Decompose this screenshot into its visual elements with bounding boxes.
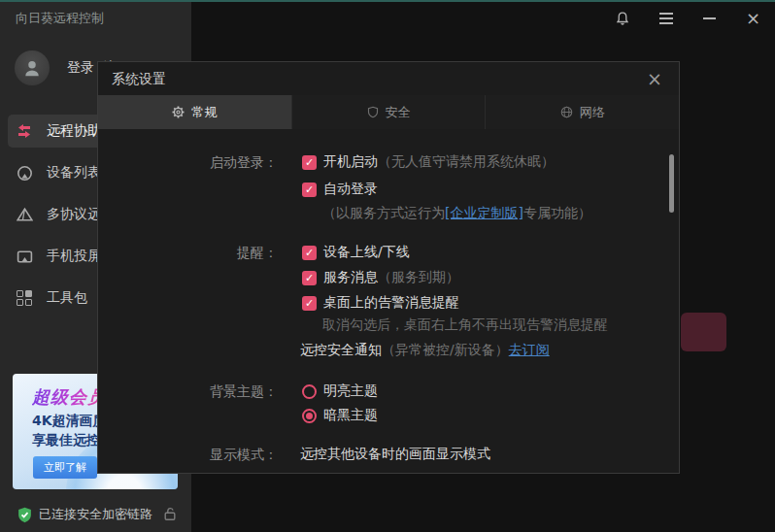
desktop-alert-label[interactable]: 桌面上的告警消息提醒 [323, 294, 459, 312]
dark-theme-label[interactable]: 暗黑主题 [323, 407, 378, 424]
boot-startup-label[interactable]: 开机启动 [323, 153, 378, 171]
banner-line1: 4K超清画质 [32, 413, 107, 430]
service-mode-note: （以服务方式运行为 [企业定制版] 专属功能） [322, 203, 591, 224]
lock-icon[interactable] [162, 506, 178, 525]
radio-dot [306, 388, 313, 395]
window-close-button[interactable]: × [731, 6, 775, 31]
window-title: 向日葵远程控制 [16, 10, 104, 27]
auto-login-label[interactable]: 自动登录 [323, 181, 378, 198]
settings-dialog: 系统设置 × 常规 [97, 61, 680, 474]
radio-dot [306, 413, 313, 419]
sidebar-item-label: 设备列表 [47, 164, 101, 182]
window-controls: × [600, 6, 775, 31]
boot-startup-note: （无人值守请禁用系统休眠） [378, 153, 555, 171]
dialog-close-button[interactable]: × [642, 66, 667, 91]
person-icon [22, 58, 42, 78]
device-online-label[interactable]: 设备上线/下线 [323, 244, 410, 261]
display-mode-text: 远控其他设备时的画面显示模式 [300, 446, 490, 463]
service-message-row: ✓ 服务消息 （服务到期） [302, 267, 459, 288]
remote-assist-arrows-icon [16, 123, 33, 139]
device-online-checkbox[interactable]: ✓ [302, 246, 317, 260]
check-icon: ✓ [305, 184, 314, 195]
theme-section-label: 背景主题： [152, 381, 278, 402]
settings-content: 启动登录： ✓ 开机启动 （无人值守请禁用系统休眠） ✓ 自动登录 （以服务方式… [98, 129, 679, 473]
display-mode-row: 远控其他设备时的画面显示模式 [300, 444, 490, 465]
service-note-prefix: （以服务方式运行为 [322, 205, 445, 222]
alert-helper-row: 取消勾选后，桌面右上角不再出现告警消息提醒 [322, 315, 608, 336]
auto-login-checkbox[interactable]: ✓ [302, 183, 317, 197]
dark-theme-radio[interactable] [302, 409, 317, 423]
close-icon: × [647, 68, 662, 89]
tab-security[interactable]: 安全 [292, 95, 487, 129]
banner-cta-button[interactable]: 立即了解 [33, 456, 97, 479]
menu-button[interactable] [644, 6, 688, 31]
minimize-icon [703, 17, 716, 19]
boot-startup-checkbox[interactable]: ✓ [302, 155, 317, 170]
close-icon: × [746, 10, 760, 27]
dialog-header: 系统设置 × [98, 62, 679, 95]
banner-title: 超级会员 [32, 385, 106, 409]
device-online-row: ✓ 设备上线/下线 [302, 242, 410, 263]
check-icon: ✓ [305, 248, 314, 258]
check-icon: ✓ [305, 298, 314, 309]
app-window: 登录 /注册 远程协助 设 [0, 0, 775, 532]
notification-bell-button[interactable] [600, 6, 644, 31]
check-icon: ✓ [305, 157, 314, 168]
startup-section-label: 启动登录： [152, 151, 278, 173]
settings-tabbar: 常规 安全 网络 [98, 95, 679, 129]
connect-button-partial[interactable] [681, 313, 726, 351]
sidebar-item-label: 远程协助 [47, 122, 101, 140]
desktop-alert-checkbox[interactable]: ✓ [302, 296, 317, 311]
globe-icon [560, 106, 573, 118]
service-message-checkbox[interactable]: ✓ [302, 271, 317, 285]
security-notify-note: （异常被控/新设备） [382, 342, 509, 359]
device-list-icon [16, 165, 33, 182]
reminder-section-label: 提醒： [152, 242, 278, 263]
subscribe-link[interactable]: 去订阅 [509, 342, 550, 359]
tab-label: 网络 [580, 104, 605, 121]
minimize-button[interactable] [688, 6, 731, 31]
service-note-suffix: 专属功能） [523, 205, 591, 222]
gear-icon [172, 106, 185, 118]
service-message-label[interactable]: 服务消息 [323, 269, 378, 286]
avatar[interactable] [15, 50, 50, 85]
secure-status-bar: 已连接安全加密链路 [0, 501, 191, 528]
service-message-note: （服务到期） [378, 269, 459, 286]
display-section-label: 显示模式： [152, 444, 278, 465]
toolkit-grid-icon [16, 290, 33, 306]
light-theme-radio[interactable] [302, 384, 317, 399]
screen-cast-icon [16, 249, 33, 265]
tab-label: 安全 [386, 104, 411, 121]
bell-icon [615, 11, 630, 27]
multi-protocol-icon [16, 207, 33, 223]
auto-login-row: ✓ 自动登录 [302, 179, 378, 200]
secure-status-text: 已连接安全加密链路 [39, 506, 152, 523]
light-theme-label[interactable]: 明亮主题 [323, 382, 378, 400]
shield-check-icon [17, 507, 33, 523]
shield-icon [367, 106, 379, 118]
desktop-alert-row: ✓ 桌面上的告警消息提醒 [302, 292, 459, 314]
dialog-title: 系统设置 [112, 62, 166, 95]
check-icon: ✓ [305, 273, 314, 283]
security-notify-row: 远控安全通知 （异常被控/新设备） 去订阅 [300, 340, 550, 361]
alert-helper-text: 取消勾选后，桌面右上角不再出现告警消息提醒 [322, 316, 608, 334]
dialog-scrollbar-thumb[interactable] [669, 154, 674, 213]
sidebar-item-label: 手机投屏 [47, 248, 101, 265]
tab-label: 常规 [191, 104, 217, 121]
sidebar-item-label: 工具包 [47, 289, 87, 307]
boot-startup-row: ✓ 开机启动 （无人值守请禁用系统休眠） [302, 151, 555, 173]
tab-general[interactable]: 常规 [98, 95, 292, 129]
security-notify-label: 远控安全通知 [300, 342, 382, 359]
dark-theme-row: 暗黑主题 [302, 405, 378, 426]
tab-network[interactable]: 网络 [486, 95, 679, 129]
enterprise-edition-link[interactable]: [企业定制版] [445, 205, 523, 222]
light-theme-row: 明亮主题 [302, 381, 378, 402]
hamburger-icon [659, 13, 673, 24]
